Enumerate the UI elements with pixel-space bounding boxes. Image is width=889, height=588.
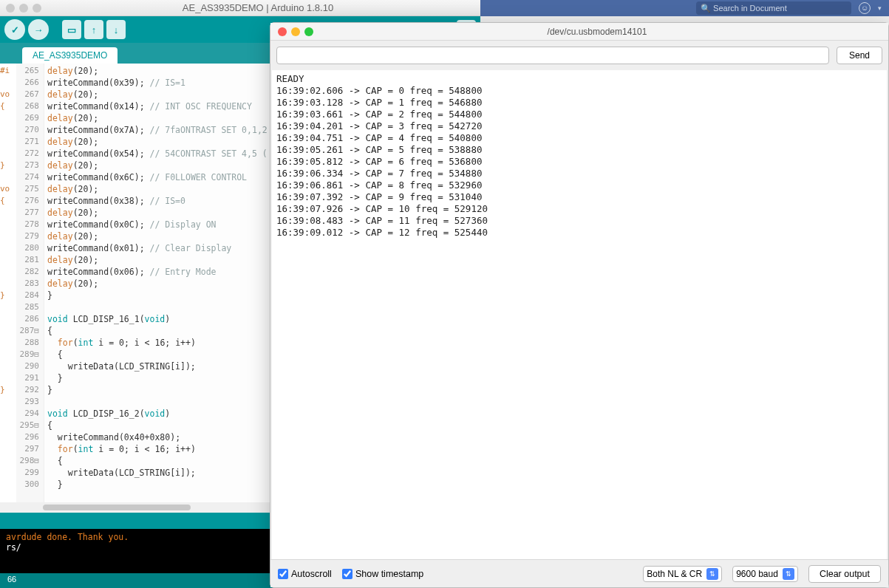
chevron-down-icon[interactable]: ▾ — [878, 4, 882, 12]
timestamp-checkbox[interactable]: Show timestamp — [342, 569, 423, 579]
serial-titlebar: /dev/cu.usbmodem14101 — [270, 23, 888, 41]
new-button[interactable]: ▭ — [62, 20, 81, 39]
traffic-lights[interactable] — [6, 4, 41, 13]
autoscroll-checkbox[interactable]: Autoscroll — [278, 569, 332, 579]
baud-select[interactable]: 9600 baud⇅ — [732, 566, 798, 582]
serial-input[interactable] — [276, 47, 829, 64]
tab-sketch[interactable]: AE_AS3935DEMO — [22, 47, 117, 64]
ide-titlebar: AE_AS3935DEMO | Arduino 1.8.10 — [0, 0, 480, 16]
background-toolbar: 🔍 Search in Document ☺ ▾ — [480, 0, 889, 16]
chevron-updown-icon: ⇅ — [783, 568, 794, 580]
line-ending-select[interactable]: Both NL & CR⇅ — [643, 566, 722, 582]
traffic-lights[interactable] — [278, 27, 313, 36]
search-placeholder: Search in Document — [713, 4, 787, 13]
window-title: AE_AS3935DEMO | Arduino 1.8.10 — [41, 2, 474, 13]
serial-footer: Autoscroll Show timestamp Both NL & CR⇅ … — [270, 559, 888, 587]
serial-input-row: Send — [270, 41, 888, 70]
upload-button[interactable]: → — [28, 19, 49, 40]
face-icon[interactable]: ☺ — [859, 2, 871, 14]
serial-output[interactable]: READY16:39:02.606 -> CAP = 0 freq = 5488… — [272, 70, 887, 559]
verify-button[interactable]: ✓ — [4, 19, 25, 40]
clear-output-button[interactable]: Clear output — [808, 565, 881, 583]
search-input[interactable]: 🔍 Search in Document — [696, 1, 851, 15]
save-button[interactable]: ↓ — [106, 20, 126, 39]
line-indicator: 66 — [7, 575, 16, 584]
search-icon: 🔍 — [701, 4, 713, 13]
send-button[interactable]: Send — [837, 47, 882, 64]
open-button[interactable]: ↑ — [84, 20, 103, 39]
chevron-updown-icon: ⇅ — [706, 568, 718, 580]
serial-title: /dev/cu.usbmodem14101 — [313, 27, 881, 37]
serial-monitor-window: /dev/cu.usbmodem14101 Send READY16:39:02… — [270, 22, 889, 588]
